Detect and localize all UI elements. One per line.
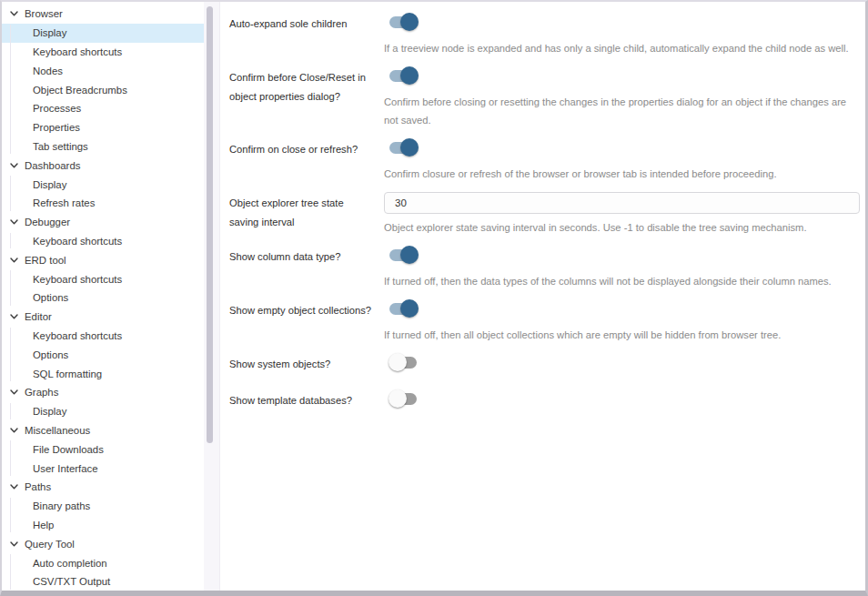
pref-row-confirm-close-refresh: Confirm on close or refresh? Confirm clo… [229,138,860,183]
tree-item-label: Object Breadcrumbs [33,85,127,96]
tree-item-label: Nodes [33,66,63,76]
toggle-knob [400,138,419,157]
chevron-down-icon[interactable] [8,8,20,19]
tree-group-paths[interactable]: Paths [2,478,204,497]
chevron-down-icon[interactable] [8,425,20,436]
pref-label: Show column data type? [229,246,384,290]
tree-item-label: Options [33,292,68,303]
tree-item-sql-formatting[interactable]: SQL formatting [2,364,204,383]
confirm-close-reset-toggle[interactable] [389,66,419,85]
pref-label: Confirm before Close/Reset in object pro… [229,66,384,129]
auto-expand-sole-children-toggle[interactable] [389,13,419,31]
tree-item-csv-txt-output[interactable]: CSV/TXT Output [2,572,204,591]
tree-item-refresh-rates[interactable]: Refresh rates [2,194,204,213]
tree-group-query-tool[interactable]: Query Tool [2,534,204,553]
tree-group-label: Paths [25,481,51,492]
toggle-knob [400,66,419,85]
chevron-down-icon[interactable] [8,160,20,171]
tree-state-saving-interval-input[interactable] [384,192,860,214]
toggle-knob [389,389,407,408]
chevron-down-icon[interactable] [8,387,20,398]
tree-item-label: Help [33,520,54,530]
tree-group-label: Browser [25,8,63,19]
tree-item-binary-paths[interactable]: Binary paths [2,497,204,516]
tree-item-dashboards-display[interactable]: Display [2,175,204,194]
show-system-objects-toggle[interactable] [389,353,419,371]
tree-item-display[interactable]: Display [2,24,204,43]
tree-item-editor-keyboard-shortcuts[interactable]: Keyboard shortcuts [2,327,204,346]
toggle-knob [400,13,419,31]
tree-item-label: Processes [33,103,81,114]
pref-row-confirm-close-reset: Confirm before Close/Reset in object pro… [229,66,860,129]
tree-group-erd-tool[interactable]: ERD tool [2,250,204,269]
chevron-down-icon[interactable] [8,217,20,227]
pref-label: Show system objects? [229,353,384,375]
pref-row-tree-state-saving-interval: Object explorer tree state saving interv… [229,192,860,237]
pref-label: Auto-expand sole children [229,13,384,57]
tree-item-label: Auto completion [33,558,107,569]
tree-group-browser[interactable]: Browser [2,5,204,24]
tree-group-label: Graphs [25,387,58,398]
tree-group-label: Dashboards [25,160,80,171]
pref-row-show-system-objects: Show system objects? [229,353,860,375]
pref-label: Object explorer tree state saving interv… [229,192,384,237]
show-column-data-type-toggle[interactable] [389,246,419,264]
tree-item-properties[interactable]: Properties [2,118,204,137]
toggle-knob [400,299,419,318]
tree-item-debugger-keyboard-shortcuts[interactable]: Keyboard shortcuts [2,232,204,251]
tree-item-processes[interactable]: Processes [2,99,204,118]
tree-item-label: Binary paths [33,500,90,511]
confirm-close-refresh-toggle[interactable] [389,138,419,157]
tree-item-label: Keyboard shortcuts [33,274,122,285]
show-template-databases-toggle[interactable] [389,389,419,408]
tree-group-dashboards[interactable]: Dashboards [2,156,204,175]
preferences-panel-display: Auto-expand sole children If a treeview … [220,2,865,591]
show-empty-object-collections-toggle[interactable] [389,299,419,318]
pref-row-auto-expand-sole-children: Auto-expand sole children If a treeview … [229,13,860,57]
tree-group-label: ERD tool [25,255,66,266]
pref-helper-text: Confirm closure or refresh of the browse… [384,165,860,183]
tree-item-label: File Downloads [33,444,104,455]
tree-item-user-interface[interactable]: User Interface [2,459,204,478]
tree-item-label: Display [33,179,66,190]
tree-item-keyboard-shortcuts[interactable]: Keyboard shortcuts [2,43,204,62]
chevron-down-icon[interactable] [8,481,20,492]
sidebar-scrollbar-thumb[interactable] [207,6,213,443]
tree-item-graphs-display[interactable]: Display [2,402,204,421]
pref-helper-text: If turned off, then the data types of th… [384,272,860,290]
tree-group-miscellaneous[interactable]: Miscellaneous [2,421,204,440]
tree-item-label: Options [33,349,68,360]
tree-item-tab-settings[interactable]: Tab settings [2,137,204,157]
tree-item-label: Keyboard shortcuts [33,236,122,247]
sidebar-scrollbar-track[interactable] [204,2,219,591]
tree-item-erd-keyboard-shortcuts[interactable]: Keyboard shortcuts [2,269,204,288]
tree-item-label: Tab settings [33,141,88,152]
tree-item-label: Display [33,406,66,417]
chevron-down-icon[interactable] [8,311,20,322]
tree-item-auto-completion[interactable]: Auto completion [2,553,204,572]
tree-item-erd-options[interactable]: Options [2,288,204,308]
pref-label: Show template databases? [229,389,384,411]
tree-item-object-breadcrumbs[interactable]: Object Breadcrumbs [2,80,204,99]
tree-group-graphs[interactable]: Graphs [2,383,204,402]
tree-item-file-downloads[interactable]: File Downloads [2,439,204,459]
chevron-down-icon[interactable] [8,255,20,266]
preferences-window: Browser Display Keyboard shortcuts Nodes… [0,0,868,596]
preferences-tree: Browser Display Keyboard shortcuts Nodes… [2,2,204,591]
chevron-down-icon[interactable] [8,539,20,550]
toggle-knob [400,246,419,264]
tree-item-help[interactable]: Help [2,516,204,535]
tree-item-label: Display [33,27,66,38]
tree-item-label: User Interface [33,463,98,474]
tree-item-label: SQL formatting [33,369,102,379]
tree-item-nodes[interactable]: Nodes [2,61,204,80]
tree-group-debugger[interactable]: Debugger [2,213,204,232]
tree-group-label: Miscellaneous [25,425,90,436]
tree-group-label: Editor [25,311,52,322]
toggle-knob [389,353,407,371]
pref-row-show-template-databases: Show template databases? [229,389,860,411]
tree-group-editor[interactable]: Editor [2,308,204,327]
pref-row-show-empty-object-collections: Show empty object collections? If turned… [229,299,860,344]
tree-item-editor-options[interactable]: Options [2,345,204,364]
tree-group-label: Debugger [25,217,70,227]
